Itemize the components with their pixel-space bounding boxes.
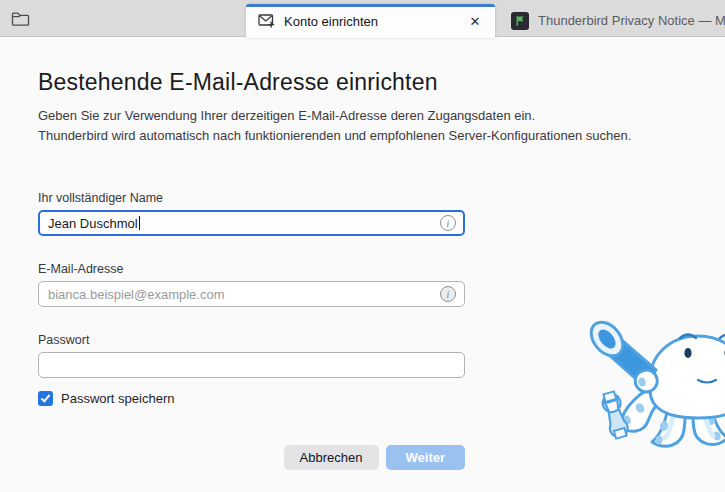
tab-privacy-notice[interactable]: Thunderbird Privacy Notice — Mozil — [499, 4, 725, 37]
info-icon[interactable]: i — [440, 215, 456, 231]
intro-line-1: Geben Sie zur Verwendung Ihrer derzeitig… — [38, 106, 465, 126]
checkmark-icon — [40, 392, 50, 402]
password-field-label: Passwort — [38, 333, 465, 347]
pinned-folder-tab[interactable] — [10, 11, 30, 27]
page-title: Bestehende E-Mail-Adresse einrichten — [38, 69, 465, 96]
folder-icon — [11, 11, 30, 27]
email-input[interactable] — [38, 281, 465, 307]
tab-label: Konto einrichten — [284, 14, 465, 29]
intro-line-2: Thunderbird wird automatisch nach funkti… — [38, 126, 465, 146]
mail-setup-icon — [258, 13, 276, 29]
name-field-wrap: Jean Duschmol i — [38, 210, 465, 236]
tab-close-icon[interactable]: ✕ — [465, 11, 485, 31]
info-icon[interactable]: i — [440, 286, 456, 302]
intro-text: Geben Sie zur Verwendung Ihrer derzeitig… — [38, 106, 465, 146]
account-setup-pane: Bestehende E-Mail-Adresse einrichten Geb… — [0, 38, 725, 492]
tab-bar: Konto einrichten ✕ Thunderbird Privacy N… — [0, 0, 725, 37]
next-button[interactable]: Weiter — [386, 445, 466, 470]
password-input[interactable] — [38, 352, 465, 378]
name-field-label: Ihr vollständiger Name — [38, 191, 465, 205]
tab-label: Thunderbird Privacy Notice — Mozil — [538, 13, 725, 28]
text-caret — [139, 216, 140, 230]
email-field-wrap: i — [38, 281, 465, 307]
remember-password-row: Passwort speichern — [38, 391, 465, 406]
cancel-button[interactable]: Abbrechen — [284, 445, 379, 470]
password-field-wrap — [38, 352, 465, 378]
privacy-flag-icon — [511, 12, 529, 30]
tab-konto-einrichten[interactable]: Konto einrichten ✕ — [246, 4, 495, 38]
name-input[interactable]: Jean Duschmol — [38, 210, 465, 236]
mascot-octopus-illustration — [580, 290, 725, 475]
email-field-label: E-Mail-Adresse — [38, 262, 465, 276]
name-input-value: Jean Duschmol — [48, 216, 138, 231]
remember-password-label: Passwort speichern — [61, 391, 174, 406]
remember-password-checkbox[interactable] — [38, 391, 53, 406]
button-row: Abbrechen Weiter — [38, 445, 465, 470]
